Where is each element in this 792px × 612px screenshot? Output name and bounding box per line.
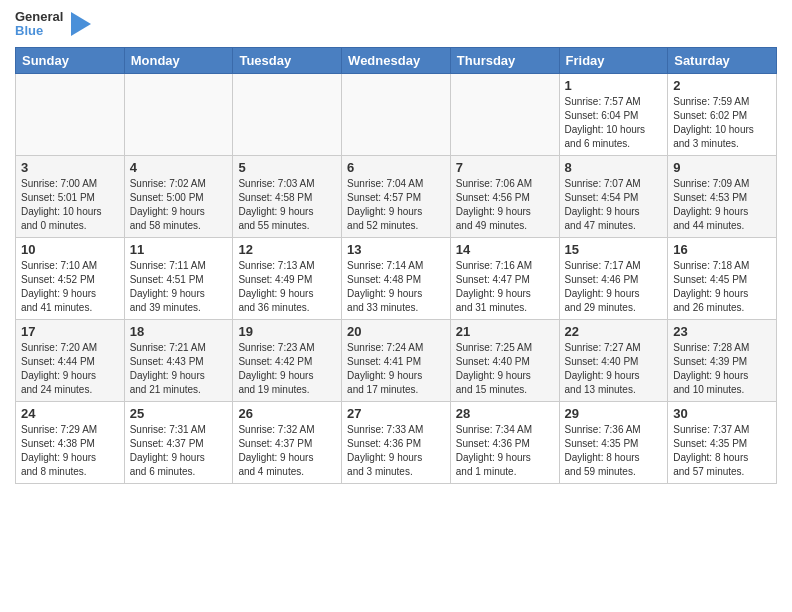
day-number: 20 <box>347 324 445 339</box>
day-number: 2 <box>673 78 771 93</box>
day-number: 11 <box>130 242 228 257</box>
day-number: 5 <box>238 160 336 175</box>
day-number: 10 <box>21 242 119 257</box>
day-info: Sunrise: 7:17 AM Sunset: 4:46 PM Dayligh… <box>565 259 663 315</box>
day-number: 12 <box>238 242 336 257</box>
day-number: 30 <box>673 406 771 421</box>
day-info: Sunrise: 7:59 AM Sunset: 6:02 PM Dayligh… <box>673 95 771 151</box>
calendar-cell: 16Sunrise: 7:18 AM Sunset: 4:45 PM Dayli… <box>668 237 777 319</box>
weekday-header: Sunday <box>16 47 125 73</box>
weekday-header: Monday <box>124 47 233 73</box>
day-number: 25 <box>130 406 228 421</box>
calendar-cell: 8Sunrise: 7:07 AM Sunset: 4:54 PM Daylig… <box>559 155 668 237</box>
day-info: Sunrise: 7:06 AM Sunset: 4:56 PM Dayligh… <box>456 177 554 233</box>
weekday-header: Friday <box>559 47 668 73</box>
logo-arrow-icon <box>71 12 91 36</box>
day-info: Sunrise: 7:11 AM Sunset: 4:51 PM Dayligh… <box>130 259 228 315</box>
day-number: 8 <box>565 160 663 175</box>
calendar-cell: 18Sunrise: 7:21 AM Sunset: 4:43 PM Dayli… <box>124 319 233 401</box>
day-info: Sunrise: 7:21 AM Sunset: 4:43 PM Dayligh… <box>130 341 228 397</box>
weekday-header: Saturday <box>668 47 777 73</box>
day-number: 1 <box>565 78 663 93</box>
day-number: 9 <box>673 160 771 175</box>
weekday-header: Tuesday <box>233 47 342 73</box>
day-number: 19 <box>238 324 336 339</box>
calendar-cell: 24Sunrise: 7:29 AM Sunset: 4:38 PM Dayli… <box>16 401 125 483</box>
calendar-cell: 30Sunrise: 7:37 AM Sunset: 4:35 PM Dayli… <box>668 401 777 483</box>
logo: General Blue <box>15 10 91 39</box>
weekday-header-row: SundayMondayTuesdayWednesdayThursdayFrid… <box>16 47 777 73</box>
day-number: 3 <box>21 160 119 175</box>
calendar-cell: 28Sunrise: 7:34 AM Sunset: 4:36 PM Dayli… <box>450 401 559 483</box>
calendar-cell: 3Sunrise: 7:00 AM Sunset: 5:01 PM Daylig… <box>16 155 125 237</box>
day-info: Sunrise: 7:16 AM Sunset: 4:47 PM Dayligh… <box>456 259 554 315</box>
day-number: 14 <box>456 242 554 257</box>
day-number: 16 <box>673 242 771 257</box>
calendar-cell: 14Sunrise: 7:16 AM Sunset: 4:47 PM Dayli… <box>450 237 559 319</box>
calendar-cell: 7Sunrise: 7:06 AM Sunset: 4:56 PM Daylig… <box>450 155 559 237</box>
calendar-cell: 5Sunrise: 7:03 AM Sunset: 4:58 PM Daylig… <box>233 155 342 237</box>
day-info: Sunrise: 7:28 AM Sunset: 4:39 PM Dayligh… <box>673 341 771 397</box>
calendar-cell: 23Sunrise: 7:28 AM Sunset: 4:39 PM Dayli… <box>668 319 777 401</box>
logo-blue-text: Blue <box>15 24 63 38</box>
calendar-cell: 10Sunrise: 7:10 AM Sunset: 4:52 PM Dayli… <box>16 237 125 319</box>
day-info: Sunrise: 7:34 AM Sunset: 4:36 PM Dayligh… <box>456 423 554 479</box>
day-info: Sunrise: 7:24 AM Sunset: 4:41 PM Dayligh… <box>347 341 445 397</box>
calendar-table: SundayMondayTuesdayWednesdayThursdayFrid… <box>15 47 777 484</box>
calendar-cell: 4Sunrise: 7:02 AM Sunset: 5:00 PM Daylig… <box>124 155 233 237</box>
day-info: Sunrise: 7:36 AM Sunset: 4:35 PM Dayligh… <box>565 423 663 479</box>
calendar-cell: 15Sunrise: 7:17 AM Sunset: 4:46 PM Dayli… <box>559 237 668 319</box>
day-info: Sunrise: 7:37 AM Sunset: 4:35 PM Dayligh… <box>673 423 771 479</box>
day-info: Sunrise: 7:07 AM Sunset: 4:54 PM Dayligh… <box>565 177 663 233</box>
calendar-cell <box>124 73 233 155</box>
calendar-week-row: 1Sunrise: 7:57 AM Sunset: 6:04 PM Daylig… <box>16 73 777 155</box>
day-info: Sunrise: 7:57 AM Sunset: 6:04 PM Dayligh… <box>565 95 663 151</box>
calendar-cell: 25Sunrise: 7:31 AM Sunset: 4:37 PM Dayli… <box>124 401 233 483</box>
weekday-header: Wednesday <box>342 47 451 73</box>
calendar-cell <box>233 73 342 155</box>
day-info: Sunrise: 7:23 AM Sunset: 4:42 PM Dayligh… <box>238 341 336 397</box>
calendar-cell <box>450 73 559 155</box>
day-info: Sunrise: 7:14 AM Sunset: 4:48 PM Dayligh… <box>347 259 445 315</box>
calendar-cell: 29Sunrise: 7:36 AM Sunset: 4:35 PM Dayli… <box>559 401 668 483</box>
day-number: 22 <box>565 324 663 339</box>
logo-general-text: General <box>15 10 63 24</box>
day-number: 26 <box>238 406 336 421</box>
calendar-cell: 9Sunrise: 7:09 AM Sunset: 4:53 PM Daylig… <box>668 155 777 237</box>
day-info: Sunrise: 7:04 AM Sunset: 4:57 PM Dayligh… <box>347 177 445 233</box>
day-number: 7 <box>456 160 554 175</box>
page-container: General Blue SundayMondayTuesdayWednesda… <box>0 0 792 494</box>
svg-marker-0 <box>71 12 91 36</box>
calendar-cell: 11Sunrise: 7:11 AM Sunset: 4:51 PM Dayli… <box>124 237 233 319</box>
day-number: 28 <box>456 406 554 421</box>
day-info: Sunrise: 7:20 AM Sunset: 4:44 PM Dayligh… <box>21 341 119 397</box>
calendar-cell: 12Sunrise: 7:13 AM Sunset: 4:49 PM Dayli… <box>233 237 342 319</box>
day-info: Sunrise: 7:13 AM Sunset: 4:49 PM Dayligh… <box>238 259 336 315</box>
calendar-cell: 19Sunrise: 7:23 AM Sunset: 4:42 PM Dayli… <box>233 319 342 401</box>
calendar-cell <box>16 73 125 155</box>
header: General Blue <box>15 10 777 39</box>
day-number: 6 <box>347 160 445 175</box>
calendar-cell: 26Sunrise: 7:32 AM Sunset: 4:37 PM Dayli… <box>233 401 342 483</box>
day-number: 23 <box>673 324 771 339</box>
day-info: Sunrise: 7:03 AM Sunset: 4:58 PM Dayligh… <box>238 177 336 233</box>
day-info: Sunrise: 7:32 AM Sunset: 4:37 PM Dayligh… <box>238 423 336 479</box>
day-info: Sunrise: 7:25 AM Sunset: 4:40 PM Dayligh… <box>456 341 554 397</box>
calendar-cell: 22Sunrise: 7:27 AM Sunset: 4:40 PM Dayli… <box>559 319 668 401</box>
day-number: 18 <box>130 324 228 339</box>
day-info: Sunrise: 7:27 AM Sunset: 4:40 PM Dayligh… <box>565 341 663 397</box>
calendar-week-row: 17Sunrise: 7:20 AM Sunset: 4:44 PM Dayli… <box>16 319 777 401</box>
day-number: 13 <box>347 242 445 257</box>
day-number: 29 <box>565 406 663 421</box>
day-info: Sunrise: 7:29 AM Sunset: 4:38 PM Dayligh… <box>21 423 119 479</box>
day-info: Sunrise: 7:18 AM Sunset: 4:45 PM Dayligh… <box>673 259 771 315</box>
day-number: 24 <box>21 406 119 421</box>
calendar-cell: 27Sunrise: 7:33 AM Sunset: 4:36 PM Dayli… <box>342 401 451 483</box>
calendar-cell: 20Sunrise: 7:24 AM Sunset: 4:41 PM Dayli… <box>342 319 451 401</box>
day-number: 15 <box>565 242 663 257</box>
day-number: 17 <box>21 324 119 339</box>
calendar-cell: 1Sunrise: 7:57 AM Sunset: 6:04 PM Daylig… <box>559 73 668 155</box>
calendar-cell <box>342 73 451 155</box>
day-info: Sunrise: 7:00 AM Sunset: 5:01 PM Dayligh… <box>21 177 119 233</box>
calendar-week-row: 3Sunrise: 7:00 AM Sunset: 5:01 PM Daylig… <box>16 155 777 237</box>
